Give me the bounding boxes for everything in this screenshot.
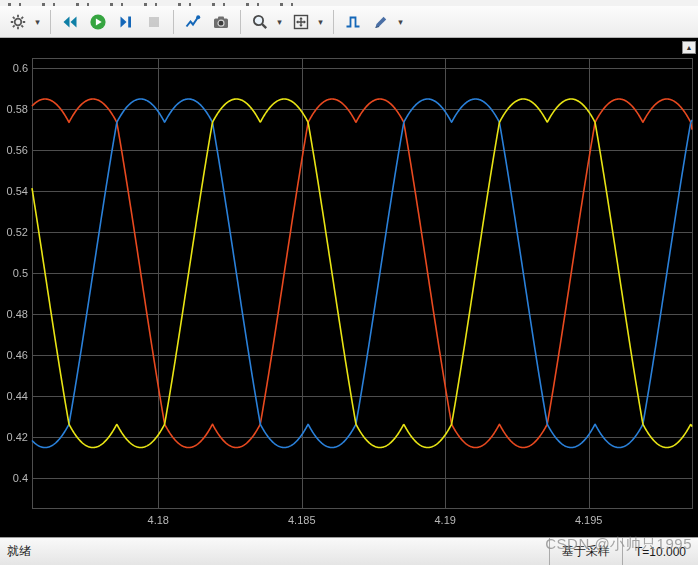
toolbar-separator [240,10,241,34]
scope-window: ▾▾▾▾ 0.40.420.440.460.480.50.520.540.560… [0,0,698,565]
zoom-button[interactable] [247,9,273,35]
play-icon [89,13,107,31]
run-button[interactable] [85,9,111,35]
status-bar: 就绪 基于采样 T=10.000 [0,537,698,565]
y-tick-label: 0.56 [0,144,28,156]
y-tick-label: 0.42 [0,431,28,443]
gear-icon [9,13,27,31]
camera-icon [212,13,230,31]
y-tick-label: 0.6 [0,62,28,74]
waveform-canvas[interactable] [0,38,698,537]
fit-to-view-button[interactable] [288,9,314,35]
status-text: 就绪 [0,543,31,560]
x-tick-label: 4.18 [136,514,180,526]
scroll-up-button[interactable]: ▲ [682,41,696,54]
measurements-button[interactable] [368,9,394,35]
y-tick-label: 0.54 [0,185,28,197]
step-forward-icon [117,13,135,31]
measurements-dropdown-arrow[interactable]: ▾ [395,9,406,35]
toolbar: ▾▾▾▾ [0,6,698,38]
sample-mode-indicator: 基于采样 [549,538,622,565]
settings-button[interactable] [5,9,31,35]
scope-display: 0.40.420.440.460.480.50.520.540.560.580.… [0,38,698,537]
y-tick-label: 0.5 [0,267,28,279]
y-tick-label: 0.46 [0,349,28,361]
toolbar-separator [173,10,174,34]
stop-icon [145,13,163,31]
zoom-icon [251,13,269,31]
x-tick-label: 4.195 [567,514,611,526]
step-back-button[interactable] [57,9,83,35]
sim-time-indicator: T=10.000 [622,538,698,565]
stop-button[interactable] [141,9,167,35]
zoom-dropdown-arrow[interactable]: ▾ [274,9,285,35]
probe-icon [184,13,202,31]
y-tick-label: 0.44 [0,390,28,402]
measurements-icon [372,13,390,31]
toolbar-separator [50,10,51,34]
y-tick-label: 0.48 [0,308,28,320]
x-tick-label: 4.185 [280,514,324,526]
toolbar-separator [333,10,334,34]
settings-dropdown-arrow[interactable]: ▾ [32,9,43,35]
probe-signals-button[interactable] [180,9,206,35]
y-tick-label: 0.4 [0,472,28,484]
step-back-icon [61,13,79,31]
step-forward-button[interactable] [113,9,139,35]
x-tick-label: 4.19 [423,514,467,526]
up-arrow-icon: ▲ [686,44,693,51]
snapshot-button[interactable] [208,9,234,35]
fit-to-view-dropdown-arrow[interactable]: ▾ [315,9,326,35]
y-tick-label: 0.52 [0,226,28,238]
fit-to-view-icon [292,13,310,31]
y-tick-label: 0.58 [0,103,28,115]
trigger-button[interactable] [340,9,366,35]
trigger-icon [344,13,362,31]
